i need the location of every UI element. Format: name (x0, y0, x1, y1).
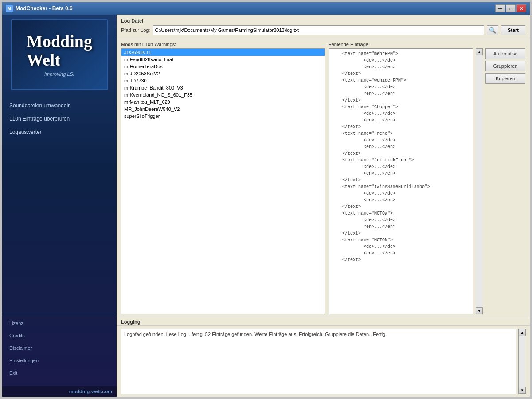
close-button[interactable]: ✕ (516, 4, 526, 12)
path-label: Pfad zur Log: (121, 27, 150, 33)
mod-item-1[interactable]: mrFendt828Vario_final (121, 56, 325, 63)
fehlende-inner: <text name="mehrRPM"> <de>...</de> <en>.… (329, 48, 525, 314)
sidebar-nav: Sounddateien umwandeln L10n Einträge übe… (2, 94, 117, 313)
gruppieren-button[interactable]: Gruppieren (485, 61, 525, 71)
fehlende-buttons: Automatisc Gruppieren Kopieren (485, 48, 525, 314)
kopieren-button[interactable]: Kopieren (485, 73, 525, 84)
mod-item-4[interactable]: mrJD7730 (121, 77, 325, 84)
mod-item-2[interactable]: mrHomerTeraDos (121, 63, 325, 70)
app-icon: M (6, 5, 13, 12)
middle-section: Mods mit L10n Warnings: JDS690iV11 mrFen… (117, 39, 530, 317)
log-section: Log Datei Pfad zur Log: 🔍 Start (117, 15, 530, 39)
main-layout: ModdingWelt Improving LS! Sounddateien u… (2, 15, 530, 397)
app-window: M ModChecker - Beta 0.6 — □ ✕ ModdingWel… (2, 2, 530, 397)
sidebar-item-credits[interactable]: Credits (2, 329, 117, 342)
fehlende-panel: Fehlende Einträge: <text name="mehrRPM">… (329, 42, 525, 314)
search-button[interactable]: 🔍 (487, 25, 498, 35)
mods-panel-label: Mods mit L10n Warnings: (121, 42, 325, 47)
mod-item-6[interactable]: mrKverneland_NG_S_601_F35 (121, 91, 325, 98)
mod-item-0[interactable]: JDS690iV11 (121, 49, 325, 56)
sidebar-item-lizenz[interactable]: Lizenz (2, 317, 117, 329)
logging-text: Logpfad gefunden. Lese Log....fertig. 52… (121, 329, 516, 394)
logo-subtitle: Improving LS! (44, 71, 74, 77)
path-input[interactable] (153, 25, 484, 35)
fehlende-label: Fehlende Einträge: (329, 42, 525, 47)
sidebar-bottom: Lizenz Credits Disclaimer Einstellungen … (2, 313, 117, 386)
log-scroll-track (519, 336, 525, 387)
mod-item-8[interactable]: MR_JohnDeereW540_V2 (121, 106, 325, 113)
mods-panel: Mods mit L10n Warnings: JDS690iV11 mrFen… (121, 42, 325, 314)
mod-item-9[interactable]: superSiloTrigger (121, 113, 325, 120)
mod-item-5[interactable]: mrKrampe_Bandit_800_V3 (121, 84, 325, 91)
watermark: modding-welt.com (2, 386, 117, 397)
mods-list[interactable]: JDS690iV11 mrFendt828Vario_final mrHomer… (121, 48, 325, 314)
logging-header: Logging: (117, 317, 530, 326)
scroll-track (476, 55, 483, 307)
sidebar-item-logauswerter[interactable]: Logauswerter (2, 125, 117, 139)
log-section-title: Log Datei (121, 18, 525, 23)
log-scroll-down[interactable]: ▼ (519, 387, 526, 394)
logo-box: ModdingWelt Improving LS! (11, 19, 108, 90)
sidebar: ModdingWelt Improving LS! Sounddateien u… (2, 15, 117, 397)
window-controls: — □ ✕ (495, 4, 526, 12)
mod-item-3[interactable]: mrJD2058SetV2 (121, 70, 325, 77)
maximize-button[interactable]: □ (506, 4, 516, 12)
window-title: ModChecker - Beta 0.6 (16, 5, 495, 12)
logging-body: Logpfad gefunden. Lese Log....fertig. 52… (117, 326, 530, 397)
start-button[interactable]: Start (501, 25, 525, 35)
sidebar-item-disclaimer[interactable]: Disclaimer (2, 342, 117, 354)
xml-content: <text name="mehrRPM"> <de>...</de> <en>.… (329, 48, 473, 314)
scroll-up-arrow[interactable]: ▲ (476, 48, 483, 55)
sidebar-item-einstellungen[interactable]: Einstellungen (2, 354, 117, 367)
title-bar: M ModChecker - Beta 0.6 — □ ✕ (2, 2, 530, 15)
sidebar-item-sounddateien[interactable]: Sounddateien umwandeln (2, 99, 117, 112)
log-scroll-up[interactable]: ▲ (519, 329, 526, 336)
logo-area: ModdingWelt Improving LS! (2, 15, 117, 94)
minimize-button[interactable]: — (495, 4, 505, 12)
sidebar-item-exit[interactable]: Exit (2, 367, 117, 379)
mod-item-7[interactable]: mrManitou_MLT_629 (121, 98, 325, 106)
fehlende-scrollbar: ▲ ▼ (476, 48, 483, 314)
logging-scrollbar: ▲ ▼ (518, 329, 525, 394)
automatisc-button[interactable]: Automatisc (485, 48, 525, 59)
scroll-down-arrow[interactable]: ▼ (476, 307, 483, 314)
content: Log Datei Pfad zur Log: 🔍 Start Mods mit… (117, 15, 530, 397)
path-row: Pfad zur Log: 🔍 Start (121, 25, 525, 35)
sidebar-item-l10n[interactable]: L10n Einträge überprüfen (2, 112, 117, 125)
logging-section: Logging: Logpfad gefunden. Lese Log....f… (117, 317, 530, 397)
logo-text: ModdingWelt (27, 32, 92, 70)
